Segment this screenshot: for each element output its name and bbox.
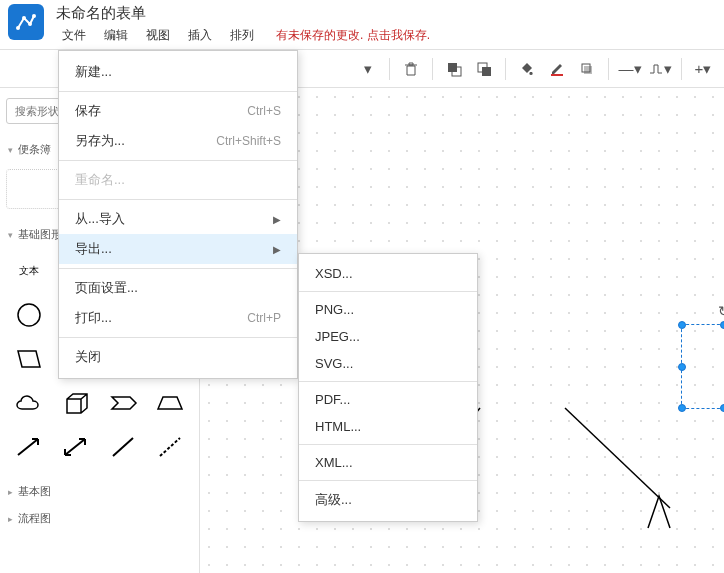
svg-rect-8 [551, 74, 563, 76]
svg-point-1 [22, 16, 26, 20]
svg-point-0 [16, 26, 20, 30]
shape-circle[interactable] [8, 296, 49, 334]
unsaved-notice[interactable]: 有未保存的更改. 点击我保存. [276, 27, 430, 44]
zoom-dropdown[interactable]: ▾ [355, 56, 381, 82]
menu-print[interactable]: 打印...Ctrl+P [59, 303, 297, 333]
menu-export[interactable]: 导出...▶ [59, 234, 297, 264]
export-html[interactable]: HTML... [299, 413, 477, 440]
export-submenu: XSD... PNG... JPEG... SVG... PDF... HTML… [298, 253, 478, 522]
export-png[interactable]: PNG... [299, 296, 477, 323]
shape-parallelogram[interactable] [8, 340, 49, 378]
menu-view[interactable]: 视图 [140, 25, 176, 46]
add-button[interactable]: +▾ [690, 56, 716, 82]
export-svg[interactable]: SVG... [299, 350, 477, 377]
file-context-menu: 新建... 保存Ctrl+S 另存为...Ctrl+Shift+S 重命名...… [58, 50, 298, 379]
resize-handle[interactable] [720, 321, 725, 329]
shape-triangle-instance[interactable] [644, 492, 674, 536]
menu-save[interactable]: 保存Ctrl+S [59, 96, 297, 126]
menu-insert[interactable]: 插入 [182, 25, 218, 46]
shadow-button[interactable] [574, 56, 600, 82]
menu-import[interactable]: 从...导入▶ [59, 204, 297, 234]
export-xsd[interactable]: XSD... [299, 260, 477, 287]
shape-dashline[interactable] [150, 428, 191, 466]
menu-edit[interactable]: 编辑 [98, 25, 134, 46]
to-front-button[interactable] [441, 56, 467, 82]
graph-icon [14, 10, 38, 34]
shape-step[interactable] [103, 384, 144, 422]
rotate-handle-icon[interactable]: ↻ [718, 303, 725, 319]
section-flowchart[interactable]: ▸流程图 [6, 505, 193, 532]
doc-title[interactable]: 未命名的表单 [56, 4, 430, 23]
shape-cloud[interactable] [8, 384, 49, 422]
chevron-right-icon: ▶ [273, 244, 281, 255]
waypoints-button[interactable]: ▾ [647, 56, 673, 82]
menu-close[interactable]: 关闭 [59, 342, 297, 372]
svg-rect-7 [482, 67, 491, 76]
app-header: 未命名的表单 文件 编辑 视图 插入 排列 有未保存的更改. 点击我保存. [0, 0, 724, 50]
fill-color-button[interactable] [514, 56, 540, 82]
resize-handle[interactable] [678, 321, 686, 329]
export-advanced[interactable]: 高级... [299, 485, 477, 515]
shape-arrow[interactable] [8, 428, 49, 466]
svg-point-2 [28, 22, 32, 26]
resize-handle[interactable] [678, 363, 686, 371]
chevron-right-icon: ▶ [273, 214, 281, 225]
export-pdf[interactable]: PDF... [299, 386, 477, 413]
shape-biarrow[interactable] [55, 428, 96, 466]
menu-rename: 重命名... [59, 165, 297, 195]
export-jpeg[interactable]: JPEG... [299, 323, 477, 350]
export-xml[interactable]: XML... [299, 449, 477, 476]
resize-handle[interactable] [678, 404, 686, 412]
shape-cube[interactable] [55, 384, 96, 422]
menu-saveas[interactable]: 另存为...Ctrl+Shift+S [59, 126, 297, 156]
menu-file[interactable]: 文件 [56, 25, 92, 46]
svg-rect-10 [584, 66, 592, 74]
menu-arrange[interactable]: 排列 [224, 25, 260, 46]
to-back-button[interactable] [471, 56, 497, 82]
shape-trapezoid[interactable] [150, 384, 191, 422]
shape-text[interactable]: 文本 [8, 252, 49, 290]
resize-handle[interactable] [720, 404, 725, 412]
line-color-button[interactable] [544, 56, 570, 82]
shape-line[interactable] [103, 428, 144, 466]
app-icon [8, 4, 44, 40]
selected-rectangle[interactable]: ↻ [681, 324, 724, 409]
connection-button[interactable]: —▾ [617, 56, 643, 82]
svg-point-3 [32, 14, 36, 18]
menu-new[interactable]: 新建... [59, 57, 297, 87]
menu-pagesetup[interactable]: 页面设置... [59, 273, 297, 303]
delete-button[interactable] [398, 56, 424, 82]
svg-point-11 [18, 304, 40, 326]
menubar: 文件 编辑 视图 插入 排列 有未保存的更改. 点击我保存. [56, 25, 430, 46]
section-basic2[interactable]: ▸基本图 [6, 478, 193, 505]
